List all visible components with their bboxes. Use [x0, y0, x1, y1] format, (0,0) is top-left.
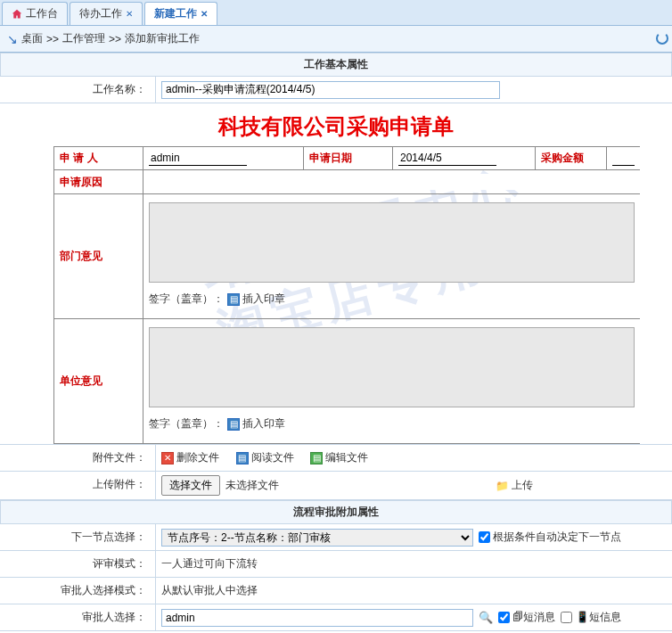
approver-mode-value: 从默认审批人中选择	[156, 578, 672, 604]
seal-icon: ▤	[227, 418, 240, 431]
delete-file-button[interactable]: ✕删除文件	[161, 450, 219, 465]
search-icon[interactable]: 🔍	[479, 611, 493, 624]
attach-file-label: 附件文件：	[0, 445, 156, 471]
nextnode-select[interactable]: 节点序号：2--节点名称：部门审核	[161, 529, 473, 547]
phone-icon: 📱	[576, 611, 589, 623]
tab-workbench[interactable]: 工作台	[2, 2, 68, 25]
tab-bar: 工作台 待办工作 ✕ 新建工作 ✕	[0, 0, 672, 26]
amount-input[interactable]	[612, 151, 635, 166]
read-file-button[interactable]: ▤阅读文件	[236, 450, 294, 465]
close-icon[interactable]: ✕	[201, 9, 208, 19]
close-icon[interactable]: ✕	[126, 9, 133, 19]
purchase-form: 申 请 人 申请日期 采购金额 申请原因 部门意见 签字（盖章）： ▤ 插入印章…	[53, 146, 640, 444]
review-mode-label: 评审模式：	[0, 551, 156, 577]
sms2-check[interactable]: 📱短信息	[561, 610, 620, 625]
amount-label: 采购金额	[536, 147, 607, 170]
form-title: 科技有限公司采购申请单	[0, 103, 672, 146]
unit-opinion-label: 单位意见	[54, 319, 143, 444]
upload-button[interactable]: 📁 上传	[496, 478, 533, 493]
unit-opinion-box[interactable]	[149, 327, 635, 407]
nextnode-label: 下一节点选择：	[0, 524, 156, 550]
applicant-input[interactable]	[149, 151, 247, 166]
dept-opinion-label: 部门意见	[54, 194, 143, 319]
date-input[interactable]	[398, 151, 496, 166]
section-flow: 流程审批附加属性	[0, 500, 672, 524]
upload-label: 上传附件：	[0, 472, 156, 499]
breadcrumb: ↘ 桌面 >> 工作管理 >> 添加新审批工作	[0, 26, 672, 53]
tab-new[interactable]: 新建工作 ✕	[144, 2, 217, 25]
insert-seal-button[interactable]: ▤ 插入印章	[227, 292, 285, 307]
section-basic: 工作基本属性	[0, 53, 672, 77]
sign-label: 签字（盖章）：	[149, 416, 224, 432]
date-label: 申请日期	[304, 147, 393, 170]
upload-icon: 📁	[496, 480, 509, 492]
home-icon	[12, 9, 22, 20]
insert-seal-button[interactable]: ▤ 插入印章	[227, 416, 285, 432]
delete-icon: ✕	[161, 452, 174, 464]
applicant-label: 申 请 人	[54, 147, 143, 170]
approver-mode-label: 审批人选择模式：	[0, 578, 156, 604]
tab-workbench-label: 工作台	[26, 6, 58, 21]
nofile-text: 未选择文件	[225, 478, 279, 493]
dept-opinion-box[interactable]	[149, 202, 635, 283]
tab-new-label: 新建工作	[154, 6, 197, 21]
crumb-mgmt[interactable]: 工作管理	[62, 31, 105, 46]
read-icon: ▤	[236, 452, 249, 464]
workname-input[interactable]	[161, 81, 500, 99]
crumb-add: 添加新审批工作	[125, 31, 200, 46]
auto-decide-check[interactable]: 根据条件自动决定下一节点	[479, 530, 621, 545]
arrow-icon: ↘	[7, 32, 18, 46]
tab-todo-label: 待办工作	[79, 6, 122, 21]
choose-file-button[interactable]: 选择文件	[161, 475, 220, 496]
tab-todo[interactable]: 待办工作 ✕	[70, 2, 143, 25]
sign-label: 签字（盖章）：	[149, 292, 224, 307]
seal-icon: ▤	[227, 293, 240, 306]
review-mode-value: 一人通过可向下流转	[156, 551, 672, 577]
edit-icon: ▤	[310, 452, 323, 464]
edit-file-button[interactable]: ▤编辑文件	[310, 450, 368, 465]
approver-label: 审批人选择：	[0, 604, 156, 630]
loading-icon	[656, 32, 668, 45]
msg-icon: 🗐	[512, 611, 523, 623]
approver-input[interactable]	[161, 609, 473, 627]
crumb-desktop[interactable]: 桌面	[21, 31, 43, 46]
reason-input[interactable]	[149, 174, 635, 190]
reason-label: 申请原因	[54, 170, 143, 194]
sms1-check[interactable]: 🗐短消息	[498, 610, 555, 625]
workname-label: 工作名称：	[0, 77, 156, 103]
